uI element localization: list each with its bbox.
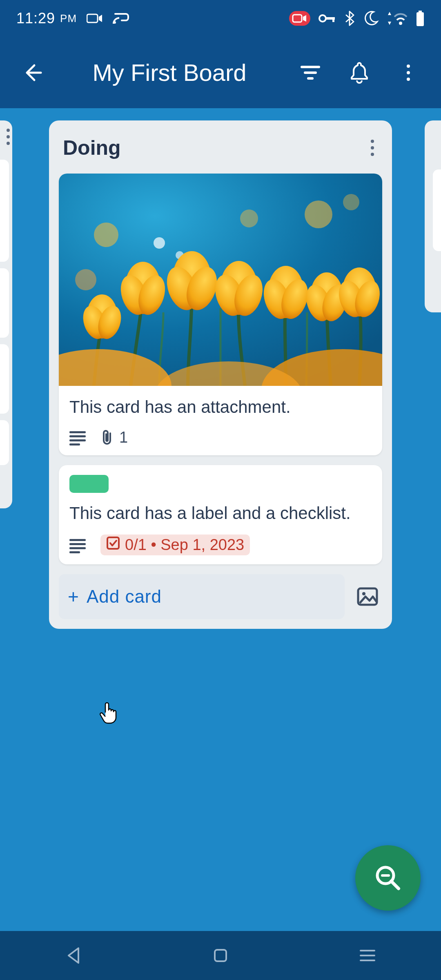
wifi-data-icon: [387, 11, 408, 26]
list-title[interactable]: Doing: [63, 136, 121, 160]
nav-recents-button[interactable]: [335, 941, 400, 970]
description-icon: [69, 431, 86, 443]
add-card-image-button[interactable]: [353, 582, 382, 611]
card-attachment[interactable]: This card has an attachment. 1: [59, 174, 382, 455]
description-icon: [69, 539, 86, 551]
status-time-group: 11:29 PM: [16, 10, 129, 27]
svg-point-15: [75, 269, 96, 290]
svg-point-18: [343, 194, 359, 210]
nav-back-button[interactable]: [41, 941, 106, 970]
plus-icon: +: [68, 586, 79, 608]
svg-point-7: [399, 22, 402, 25]
card-title: This card has a label and a checklist.: [69, 502, 372, 525]
svg-point-16: [240, 209, 258, 227]
paperclip-icon: [100, 429, 114, 445]
board-canvas[interactable]: Doing: [0, 108, 441, 931]
previous-list-peek[interactable]: [0, 120, 12, 508]
svg-point-4: [319, 15, 326, 22]
svg-point-1: [114, 21, 116, 24]
attachment-count: 1: [119, 429, 128, 446]
status-right-group: [289, 10, 425, 27]
svg-point-17: [305, 200, 332, 228]
checklist-due-badge: 0/1 • Sep 1, 2023: [100, 535, 250, 555]
add-card-row: + Add card: [59, 574, 382, 619]
app-bar: My First Board: [0, 37, 441, 108]
notifications-button[interactable]: [343, 56, 376, 89]
list-header: Doing: [59, 130, 382, 174]
overflow-menu-button[interactable]: [392, 56, 425, 89]
system-nav-bar: [0, 931, 441, 980]
filter-button[interactable]: [294, 56, 327, 89]
vpn-key-icon: [318, 13, 336, 23]
svg-rect-9: [416, 12, 424, 26]
svg-point-19: [154, 237, 165, 249]
svg-point-14: [94, 223, 118, 247]
checklist-due-text: 0/1 • Sep 1, 2023: [125, 536, 244, 554]
svg-rect-0: [87, 14, 98, 22]
svg-rect-45: [107, 537, 119, 549]
back-button[interactable]: [16, 56, 49, 89]
card-label-checklist[interactable]: This card has a label and a checklist. 0…: [59, 465, 382, 565]
cursor-pointer-icon: [98, 700, 118, 726]
clock-ampm: PM: [60, 12, 77, 25]
screen-record-active-icon: [289, 11, 310, 26]
bluetooth-icon: [345, 11, 354, 26]
list-menu-button[interactable]: [367, 142, 378, 154]
dnd-moon-icon: [363, 10, 379, 27]
add-card-label: Add card: [87, 586, 162, 607]
screen-record-outline-icon: [87, 13, 103, 24]
clock-time: 11:29: [16, 10, 55, 27]
svg-rect-8: [419, 11, 422, 12]
status-bar: 11:29 PM: [0, 0, 441, 37]
attachment-badge: 1: [100, 429, 128, 446]
svg-line-50: [391, 881, 399, 889]
card-label-green: [69, 475, 109, 493]
svg-point-47: [362, 592, 365, 595]
next-list-peek[interactable]: [425, 120, 441, 312]
card-title: This card has an attachment.: [69, 396, 372, 419]
card-cover-image: [59, 174, 382, 386]
zoom-fab[interactable]: [355, 845, 421, 911]
add-card-button[interactable]: + Add card: [59, 574, 345, 619]
board-title[interactable]: My First Board: [61, 59, 278, 86]
svg-rect-51: [215, 950, 226, 961]
checkbox-icon: [106, 536, 120, 554]
svg-rect-6: [332, 17, 334, 22]
battery-icon: [416, 11, 425, 26]
nav-home-button[interactable]: [188, 941, 253, 970]
list-doing: Doing: [49, 120, 392, 629]
cast-icon: [113, 12, 129, 24]
